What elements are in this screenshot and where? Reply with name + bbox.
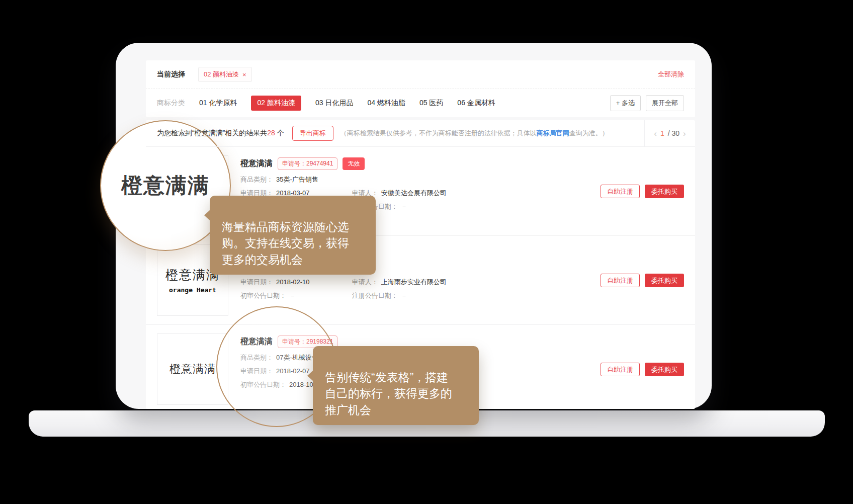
row-actions: 自助注册 委托购买 bbox=[601, 185, 684, 198]
entrust-buy-button[interactable]: 委托购买 bbox=[645, 274, 684, 287]
category-tools: + 多选 展开全部 bbox=[610, 95, 684, 111]
entrust-buy-button[interactable]: 委托购买 bbox=[645, 363, 684, 376]
field-value: － bbox=[289, 292, 296, 299]
search-summary-text: 为您检索到“橙意满满”相关的结果共 bbox=[157, 129, 267, 137]
field-label: 申请日期： bbox=[240, 278, 273, 286]
tooltip-marketplace: 海量精品商标资源随心选 购。支持在线交易，获得 更多的交易机会 bbox=[210, 196, 376, 275]
entrust-buy-button[interactable]: 委托购买 bbox=[645, 185, 684, 198]
thumbnail-text: 橙意满满 bbox=[169, 362, 216, 377]
results-header: 为您检索到“橙意满满”相关的结果共28 个 导出商标 （商标检索结果仅供参考，不… bbox=[146, 120, 695, 147]
field-value: 上海雨步实业有限公司 bbox=[381, 278, 447, 286]
filter-card: 当前选择 02 颜料油漆 × 全部清除 商标分类 01 化学原料 02 颜料油漆… bbox=[146, 60, 695, 117]
page-prev-icon[interactable]: ‹ bbox=[654, 129, 657, 138]
screenshot-stage: 当前选择 02 颜料油漆 × 全部清除 商标分类 01 化学原料 02 颜料油漆… bbox=[0, 0, 853, 504]
self-register-button[interactable]: 自助注册 bbox=[601, 363, 640, 376]
close-icon[interactable]: × bbox=[242, 71, 246, 78]
selected-filter-chip-label: 02 颜料油漆 bbox=[204, 70, 239, 79]
category-item-04[interactable]: 04 燃料油脂 bbox=[367, 99, 405, 108]
disclaimer-pre: （商标检索结果仅供参考，不作为商标能否注册的法律依据；具体以 bbox=[340, 129, 537, 137]
disclaimer-text: （商标检索结果仅供参考，不作为商标能否注册的法律依据；具体以商标局官网查询为准。… bbox=[340, 129, 644, 138]
tooltip-promotion: 告别传统“发表格”，搭建 自己的标行，获得更多的 推广机会 bbox=[313, 346, 479, 425]
category-item-03[interactable]: 03 日化用品 bbox=[315, 99, 353, 108]
trademark-name: 橙意满满 bbox=[240, 158, 273, 169]
current-selection-label: 当前选择 bbox=[157, 70, 185, 79]
field-value: 2018-02-10 bbox=[276, 278, 310, 286]
clear-all-button[interactable]: 全部清除 bbox=[658, 70, 684, 79]
row-actions: 自助注册 委托购买 bbox=[601, 363, 684, 376]
category-item-01[interactable]: 01 化学原料 bbox=[199, 99, 237, 108]
disclaimer-post: 查询为准。） bbox=[569, 129, 609, 137]
pagination: ‹ 1 / 30 › bbox=[644, 120, 695, 146]
field-value: 安徽美达会展有限公司 bbox=[381, 189, 447, 197]
export-trademark-button[interactable]: 导出商标 bbox=[292, 126, 333, 141]
selected-filter-chip[interactable]: 02 颜料油漆 × bbox=[198, 67, 252, 82]
multi-select-button[interactable]: + 多选 bbox=[610, 95, 641, 111]
tooltip-promotion-text: 告别传统“发表格”，搭建 自己的标行，获得更多的 推广机会 bbox=[325, 371, 452, 416]
thumbnail-subtext: orange Heart bbox=[169, 286, 216, 294]
field-label: 注册公告日期： bbox=[352, 292, 398, 299]
trademark-office-link[interactable]: 商标局官网 bbox=[537, 129, 569, 137]
result-count: 28 bbox=[267, 129, 275, 137]
page-current: 1 bbox=[660, 129, 664, 137]
self-register-button[interactable]: 自助注册 bbox=[601, 274, 640, 287]
field-value: － bbox=[401, 292, 407, 299]
category-row-label: 商标分类 bbox=[157, 99, 185, 108]
row-actions: 自助注册 委托购买 bbox=[601, 274, 684, 287]
category-item-02-active[interactable]: 02 颜料油漆 bbox=[251, 96, 301, 111]
current-selection-row: 当前选择 02 颜料油漆 × 全部清除 bbox=[146, 60, 695, 89]
application-number-badge: 申请号：29474941 bbox=[278, 157, 337, 170]
category-item-05[interactable]: 05 医药 bbox=[419, 99, 443, 108]
field-value: － bbox=[401, 203, 407, 210]
status-badge: 无效 bbox=[343, 157, 365, 170]
expand-all-button[interactable]: 展开全部 bbox=[646, 95, 684, 111]
tooltip-marketplace-text: 海量精品商标资源随心选 购。支持在线交易，获得 更多的交易机会 bbox=[222, 220, 349, 266]
field-value: 35类-广告销售 bbox=[276, 176, 318, 183]
field-label: 申请人： bbox=[352, 278, 378, 286]
page-total: / 30 bbox=[668, 129, 679, 137]
result-unit: 个 bbox=[277, 129, 284, 137]
category-item-06[interactable]: 06 金属材料 bbox=[457, 99, 495, 108]
field-label: 初审公告日期： bbox=[240, 292, 286, 299]
tooltip-arrow bbox=[204, 210, 210, 221]
category-row: 商标分类 01 化学原料 02 颜料油漆 03 日化用品 04 燃料油脂 05 … bbox=[146, 89, 695, 117]
self-register-button[interactable]: 自助注册 bbox=[601, 185, 640, 198]
search-summary: 为您检索到“橙意满满”相关的结果共28 个 bbox=[157, 129, 284, 138]
tooltip-arrow bbox=[307, 370, 313, 381]
category-list: 01 化学原料 02 颜料油漆 03 日化用品 04 燃料油脂 05 医药 06… bbox=[199, 96, 495, 111]
page-next-icon[interactable]: › bbox=[683, 129, 686, 138]
lens-trademark-text: 橙意满满 bbox=[121, 172, 210, 200]
field-label: 商品类别： bbox=[240, 176, 273, 183]
